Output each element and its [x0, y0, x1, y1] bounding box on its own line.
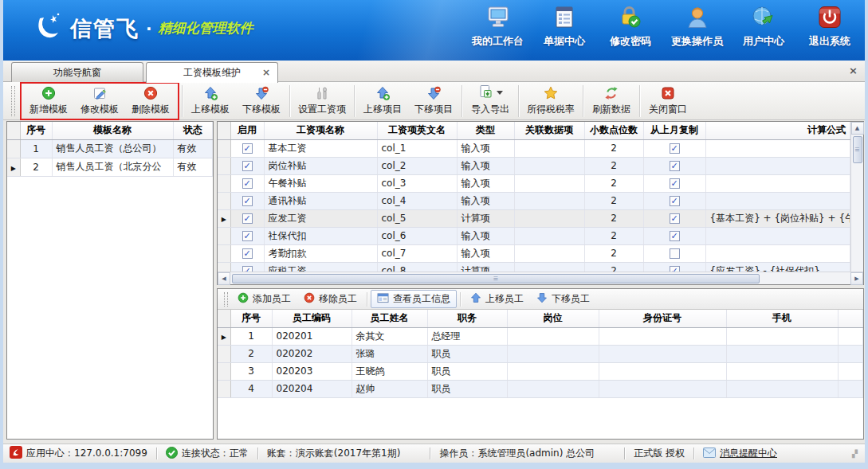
col-header-emp-phone[interactable]: 手机 [726, 310, 838, 327]
col-header-linked[interactable]: 关联数据项 [514, 122, 584, 139]
enabled-checkbox[interactable] [242, 213, 253, 224]
item-type[interactable]: 计算项 [457, 209, 514, 227]
col-header-template-name[interactable]: 模板名称 [52, 122, 173, 139]
col-header-no[interactable]: 序号 [230, 310, 272, 327]
enabled-checkbox[interactable] [242, 178, 253, 189]
item-decimals[interactable]: 2 [584, 244, 643, 262]
move-item-up-button[interactable]: 上移项目 [357, 84, 408, 119]
emp-no[interactable]: 1 [230, 327, 272, 345]
emp-title[interactable]: 职员 [427, 380, 507, 397]
salary-row[interactable]: 考勤扣款 col_7 输入项 2 [218, 244, 850, 262]
col-header-item-name[interactable]: 工资项名称 [264, 122, 377, 139]
item-en[interactable]: col_7 [377, 244, 457, 262]
employee-row[interactable]: 1 020201 余其文 总经理 [218, 327, 863, 345]
salary-row[interactable]: 岗位补贴 col_2 输入项 2 [218, 157, 850, 174]
item-formula[interactable] [705, 244, 850, 262]
emp-id[interactable] [599, 345, 726, 362]
tab-function-navigator[interactable]: 功能导航窗 [11, 62, 143, 82]
view-employee-info-button[interactable]: 查看员工信息 [371, 290, 457, 308]
copy-prev-checkbox[interactable] [670, 213, 680, 224]
delete-template-button[interactable]: 删除模板 [125, 84, 176, 119]
switch-operator-button[interactable]: 更换操作员 [671, 6, 723, 49]
item-linked[interactable] [514, 227, 584, 244]
item-en[interactable]: col_2 [377, 157, 457, 174]
col-header-copy-prev[interactable]: 从上月复制 [643, 122, 705, 139]
exit-system-button[interactable]: 退出系统 [804, 6, 855, 49]
copy-prev-checkbox[interactable] [670, 143, 680, 154]
item-name[interactable]: 考勤扣款 [264, 244, 377, 262]
copy-prev-checkbox[interactable] [670, 248, 680, 259]
col-header-emp-id[interactable]: 身份证号 [599, 310, 726, 327]
workbench-button[interactable]: 我的工作台 [472, 6, 524, 49]
item-linked[interactable] [514, 244, 584, 262]
emp-post[interactable] [507, 362, 599, 380]
emp-code[interactable]: 020203 [272, 362, 352, 380]
salary-row[interactable]: 应发工资 col_5 计算项 2 {基本工资} + {岗位补贴} + {午 [218, 209, 850, 227]
toolbar-grip[interactable] [224, 292, 228, 307]
emp-code[interactable]: 020201 [272, 327, 352, 345]
col-header-type[interactable]: 类型 [457, 122, 514, 139]
vertical-scrollbar[interactable]: ▲ ☰ [850, 122, 863, 273]
message-center-link[interactable]: 消息提醒中心 [703, 447, 777, 460]
item-en[interactable]: col_5 [377, 209, 457, 227]
col-header-no[interactable]: 序号 [20, 122, 52, 139]
edit-template-button[interactable]: 修改模板 [74, 84, 125, 119]
enabled-checkbox[interactable] [242, 143, 253, 154]
emp-post[interactable] [507, 380, 599, 397]
scroll-left-icon[interactable]: ◀ [218, 272, 230, 285]
template-no[interactable]: 1 [20, 139, 52, 158]
emp-code[interactable]: 020204 [272, 380, 352, 397]
tab-close-icon[interactable]: × [262, 63, 270, 82]
item-name[interactable]: 通讯补贴 [264, 192, 377, 209]
copy-prev-checkbox[interactable] [670, 196, 680, 206]
employee-row[interactable]: 3 020203 王晓鸽 职员 [218, 362, 863, 380]
item-decimals[interactable]: 2 [584, 192, 643, 209]
move-template-down-button[interactable]: 下移模板 [236, 84, 287, 119]
item-formula[interactable] [705, 139, 850, 157]
emp-no[interactable]: 2 [230, 345, 272, 362]
dropdown-caret-icon[interactable] [497, 91, 503, 95]
item-name[interactable]: 基本工资 [264, 139, 377, 157]
item-formula[interactable] [705, 192, 850, 209]
close-window-button[interactable]: 关闭窗口 [642, 84, 693, 119]
emp-code[interactable]: 020202 [272, 345, 352, 362]
add-employee-button[interactable]: 添加员工 [231, 291, 297, 307]
item-type[interactable]: 输入项 [457, 244, 514, 262]
item-en[interactable]: col_6 [377, 227, 457, 244]
emp-name[interactable]: 赵帅 [352, 380, 427, 397]
item-type[interactable]: 输入项 [457, 174, 514, 192]
emp-title[interactable]: 职员 [427, 362, 507, 380]
vertical-scroll-thumb[interactable]: ☰ [853, 136, 862, 163]
item-decimals[interactable]: 2 [584, 157, 643, 174]
employee-row[interactable]: 2 020202 张璐 职员 [218, 345, 863, 362]
move-employee-up-button[interactable]: 上移员工 [464, 291, 530, 307]
item-formula[interactable] [705, 227, 850, 244]
item-linked[interactable] [514, 174, 584, 192]
col-header-formula[interactable]: 计算公式 [705, 122, 850, 139]
enabled-checkbox[interactable] [242, 196, 253, 206]
emp-no[interactable]: 3 [230, 362, 272, 380]
move-template-up-button[interactable]: 上移模板 [185, 84, 236, 119]
copy-prev-checkbox[interactable] [670, 178, 680, 189]
template-status[interactable]: 有效 [173, 139, 213, 158]
item-type[interactable]: 输入项 [457, 227, 514, 244]
emp-title[interactable]: 职员 [427, 345, 507, 362]
item-formula[interactable]: {基本工资} + {岗位补贴} + {午 [705, 209, 850, 227]
col-header-enabled[interactable]: 启用 [230, 122, 264, 139]
col-header-emp-name[interactable]: 员工姓名 [352, 310, 427, 327]
import-export-button[interactable]: 导入导出 [465, 84, 516, 119]
horizontal-scroll-thumb[interactable]: ☰ [232, 274, 760, 283]
salary-row[interactable]: 通讯补贴 col_4 输入项 2 [218, 192, 850, 209]
enabled-checkbox[interactable] [242, 161, 253, 171]
move-item-down-button[interactable]: 下移项目 [408, 84, 459, 119]
salary-row[interactable]: 基本工资 col_1 输入项 2 [218, 139, 850, 157]
user-center-button[interactable]: 用户中心 [738, 6, 789, 49]
enabled-checkbox[interactable] [242, 248, 253, 259]
item-en[interactable]: col_1 [377, 139, 457, 157]
item-name[interactable]: 午餐补贴 [264, 174, 377, 192]
item-linked[interactable] [514, 157, 584, 174]
income-tax-rate-button[interactable]: 所得税税率 [521, 84, 580, 119]
col-header-decimals[interactable]: 小数点位数 [584, 122, 643, 139]
remove-employee-button[interactable]: 移除员工 [297, 291, 363, 307]
template-row[interactable]: 2 销售人员工资（北京分公 有效 [7, 158, 213, 176]
